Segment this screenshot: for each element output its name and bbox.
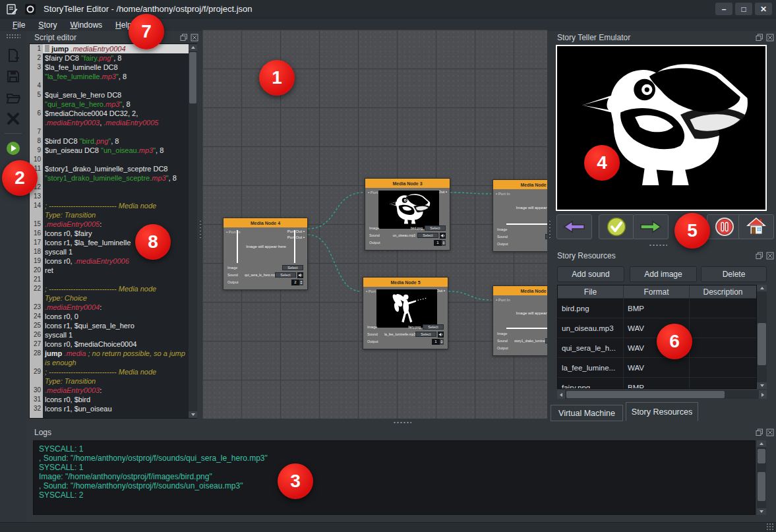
table-row[interactable]: bird.pngBMP [558, 299, 756, 318]
node-title-bar[interactable]: Media Node 6 [493, 286, 547, 295]
open-folder-icon[interactable] [0, 87, 26, 108]
title-bar[interactable]: StoryTeller Editor - /home/anthony/ostpr… [0, 0, 776, 18]
emulator-dock-icons[interactable] [756, 34, 774, 42]
code-line[interactable]: 9$un_oiseau DC8 "un_oiseau.mp3", 8 [30, 146, 196, 155]
code-line[interactable]: 3$la_fee_luminelle DC8 "la_fee_luminelle… [30, 63, 196, 81]
node-title-bar[interactable]: Media Node 3 [365, 179, 450, 188]
code-line[interactable]: 26syscall 1 [30, 330, 196, 340]
media-node[interactable]: Media Node 4▪ Port InPort Out ▪Port Out … [223, 218, 308, 290]
speaker-icon[interactable] [440, 233, 446, 239]
code-line[interactable]: 17lcons r1, $la_fee_luminelle [30, 238, 196, 247]
save-icon[interactable] [0, 66, 26, 87]
node-graph-canvas[interactable]: Media Node 4▪ Port InPort Out ▪Port Out … [202, 30, 547, 419]
code-line[interactable]: 5$qui_sera_le_hero DC8 "qui_sera_le_hero… [30, 90, 196, 109]
code-line[interactable]: 30.mediaEntry0003: [30, 386, 196, 395]
output-spinner[interactable]: 2 [291, 280, 303, 285]
table-row[interactable]: la_fee_lumine...WAV [558, 358, 756, 378]
code-line[interactable]: 13 [30, 192, 196, 201]
output-spinner[interactable]: 1 [434, 240, 446, 246]
maximize-button[interactable]: □ [735, 3, 752, 15]
code-line[interactable]: 8$bird DC8 "bird.png", 8 [30, 136, 196, 146]
editor-scrollbar[interactable] [189, 44, 197, 418]
code-line[interactable]: 31lcons r0, $bird [30, 395, 196, 404]
media-node[interactable]: Media Node 2▪ Port InPort Out ▪Image wil… [492, 179, 547, 252]
code-line[interactable]: 27lcons r0, $mediaChoice0004 [30, 340, 196, 349]
code-line[interactable]: 10 [30, 155, 196, 164]
close-button[interactable]: ✕ [755, 3, 772, 15]
code-line[interactable]: 2$fairy DC8 "fairy.png", 8 [30, 53, 196, 63]
code-line[interactable]: 23.mediaEntry0004: [30, 303, 196, 312]
script-editor[interactable]: 1jump .mediaEntry00042$fairy DC8 "fairy.… [29, 44, 197, 419]
toolbar-drag-handle[interactable] [6, 34, 20, 38]
node-title-bar[interactable]: Media Node 2 [493, 180, 547, 189]
menu-story[interactable]: Story [32, 20, 63, 30]
logs-scrollbar[interactable] [757, 440, 766, 515]
splitter-emulator[interactable] [649, 243, 667, 247]
close-project-icon[interactable] [0, 108, 26, 129]
code-line[interactable]: 25lcons r1, $qui_sera_le_hero [30, 321, 196, 330]
resources-table-vscrollbar[interactable] [757, 285, 767, 389]
column-header-description[interactable]: Description [690, 285, 756, 299]
minimize-button[interactable]: – [715, 3, 732, 15]
column-header-format[interactable]: Format [624, 285, 690, 299]
tab-story-resources[interactable]: Story Resources [626, 402, 698, 421]
script-editor-dock-icons[interactable] [180, 34, 198, 42]
code-line[interactable]: 29; ---------------------------- Media n… [30, 367, 196, 386]
media-node[interactable]: Media Node 3▪ Port InPort Out ▪ Imagebir… [365, 178, 450, 251]
sound-select-button[interactable]: Select [545, 338, 547, 343]
speaker-icon[interactable] [438, 332, 444, 338]
sound-select-button[interactable]: Select [275, 272, 296, 278]
logs-dock-icons[interactable] [756, 429, 774, 436]
add-image-button[interactable]: Add image [630, 266, 697, 282]
node-title-bar[interactable]: Media Node 4 [224, 218, 307, 227]
code-line[interactable]: 7 [30, 127, 196, 136]
new-file-icon[interactable] [0, 45, 26, 66]
menu-file[interactable]: File [7, 20, 31, 30]
pause-button[interactable] [707, 214, 742, 239]
home-button[interactable] [738, 214, 774, 239]
code-line[interactable]: 28jump .media ; no return possible, so a… [30, 349, 196, 367]
sound-select-button[interactable]: Select [545, 234, 547, 239]
code-line[interactable]: 6$mediaChoice0004 DC32, 2, .mediaEntry00… [30, 109, 196, 127]
code-line[interactable]: 24lcons r0, 0 [30, 312, 196, 321]
media-node[interactable]: Media Node 6▪ Port InPort Out ▪Image wil… [492, 285, 547, 356]
code-line[interactable]: 16lcons r0, $fairy [30, 229, 196, 238]
code-line[interactable]: 32lcons r1, $un_oiseau [30, 404, 196, 413]
menu-windows[interactable]: Windows [64, 20, 108, 30]
media-node[interactable]: Media Node 5▪ Port InPort Out ▪Imagefair… [363, 277, 448, 349]
resources-table-hscrollbar[interactable] [557, 390, 767, 399]
splitter-left[interactable] [198, 220, 202, 238]
sound-select-button[interactable]: Select [417, 233, 438, 238]
code-line[interactable]: 22; ---------------------------- Media n… [30, 284, 196, 303]
sound-select-button[interactable]: Select [415, 332, 436, 337]
code-line[interactable]: 19lcons r0, .mediaEntry0006 [30, 256, 196, 266]
image-select-button[interactable]: Select [425, 225, 446, 231]
code-line[interactable]: 12 [30, 183, 196, 192]
image-select-button[interactable]: Select [282, 265, 303, 270]
table-row[interactable]: fairy.pngBMP [558, 378, 756, 389]
splitter-right[interactable] [548, 220, 552, 238]
output-spinner[interactable]: 1 [432, 339, 444, 345]
add-sound-button[interactable]: Add sound [557, 266, 624, 282]
code-line[interactable]: 14; ---------------------------- Media n… [30, 201, 196, 220]
code-line[interactable]: 20ret [30, 266, 196, 275]
code-line[interactable]: 18syscall 1 [30, 247, 196, 256]
delete-button[interactable]: Delete [701, 266, 767, 282]
ok-button[interactable] [599, 214, 634, 239]
tab-virtual-machine[interactable]: Virtual Machine [551, 405, 623, 421]
speaker-icon[interactable] [297, 272, 303, 278]
code-line[interactable]: 1jump .mediaEntry0004 [30, 44, 196, 53]
next-button[interactable] [633, 214, 669, 239]
resources-dock-icons[interactable] [756, 252, 774, 260]
previous-button[interactable] [556, 214, 592, 239]
code-line[interactable]: 4 [30, 81, 196, 90]
code-line[interactable]: 15.mediaEntry0005: [30, 220, 196, 229]
code-line[interactable]: 21 [30, 275, 196, 284]
log-output[interactable]: SYSCALL: 1, Sound: "/home/anthony/ostpro… [33, 440, 756, 515]
column-header-file[interactable]: File [558, 285, 624, 299]
node-title-bar[interactable]: Media Node 5 [363, 278, 448, 287]
run-icon[interactable] [0, 138, 26, 159]
resize-grip[interactable] [766, 523, 774, 531]
image-select-button[interactable]: Select [423, 324, 444, 330]
splitter-bottom[interactable] [393, 421, 411, 425]
